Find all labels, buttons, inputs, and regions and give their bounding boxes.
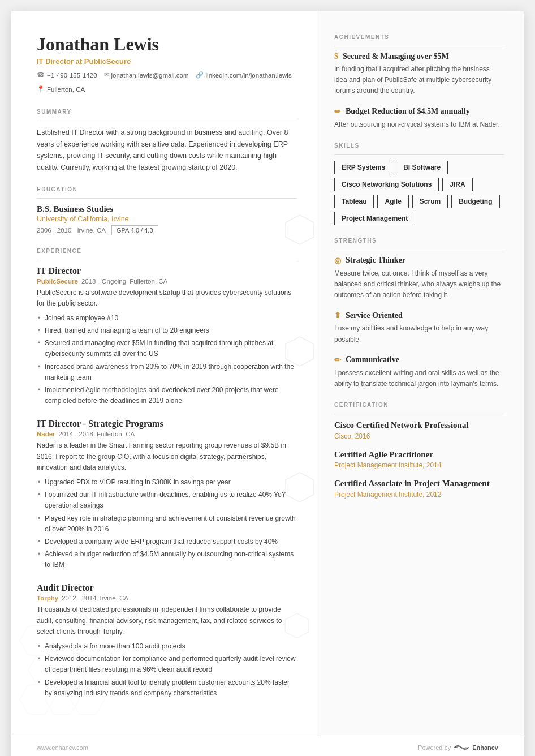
- skill-tag-4: Tableau: [334, 195, 374, 208]
- bullet-item: Analysed data for more than 100 audit pr…: [37, 641, 297, 652]
- email-icon: ✉: [104, 71, 109, 79]
- exp-desc-0: PublicSecure is a software development s…: [37, 287, 297, 309]
- header-section: Jonathan Lewis IT Director at PublicSecu…: [37, 34, 297, 93]
- bullet-item: Developed a financial audit tool to iden…: [37, 677, 297, 699]
- exp-meta-2: Torphy 2012 - 2014 Irvine, CA: [37, 595, 297, 602]
- summary-text: Estblished IT Director with a strong bac…: [37, 127, 297, 174]
- phone-icon: ☎: [37, 71, 45, 79]
- achievements-divider: [334, 46, 504, 46]
- strength-title-1: Service Oriented: [346, 311, 403, 320]
- achievement-text-0: In funding that I acquired after pitchin…: [334, 64, 504, 97]
- strength-icon-0: ◎: [334, 256, 341, 265]
- contact-linkedin: 🔗 linkedin.com/in/jonathan.lewis: [196, 71, 292, 79]
- exp-bullets-1: Upgraded PBX to VIOP resulting in $300K …: [37, 477, 297, 571]
- achievement-text-1: After outsourcing non-crytical systems t…: [334, 119, 504, 130]
- skill-tag-2: Cisco Networking Solutions: [334, 178, 439, 191]
- education-label: EDUCATION: [37, 186, 297, 192]
- strength-icon-1: ⬆: [334, 311, 341, 320]
- exp-period-0: 2018 - Ongoing: [81, 278, 126, 285]
- cert-org-0: Cisco, 2016: [334, 432, 504, 440]
- skill-tag-7: Budgeting: [451, 195, 499, 208]
- bullet-item: Reviewed documentation for compliance an…: [37, 654, 297, 675]
- achievement-title-0: Secured & Managing over $5M: [343, 52, 449, 61]
- achievement-heading-0: $ Secured & Managing over $5M: [334, 52, 504, 61]
- exp-period-2: 2012 - 2014: [62, 595, 96, 602]
- right-column: ACHIEVEMENTS $ Secured & Managing over $…: [317, 11, 524, 736]
- certification-label: CERTIFICATION: [334, 402, 504, 408]
- strength-text-0: Measure twice, cut once. I think of myse…: [334, 268, 504, 301]
- achievement-item-0: $ Secured & Managing over $5M In funding…: [334, 52, 504, 97]
- cert-name-2: Certified Associate in Project Managemen…: [334, 478, 504, 489]
- exp-company-1: Nader: [37, 431, 55, 437]
- bullet-item: Increased brand awareness from 20% to 70…: [37, 362, 297, 383]
- exp-title-1: IT Director - Strategic Programs: [37, 419, 297, 429]
- location-icon: 📍: [37, 85, 45, 93]
- resume-content: Jonathan Lewis IT Director at PublicSecu…: [11, 11, 524, 736]
- powered-by-text: Powered by: [418, 744, 451, 751]
- contact-info: ☎ +1-490-155-1420 ✉ jonathan.lewis@gmail…: [37, 71, 297, 93]
- exp-company-0: PublicSecure: [37, 278, 78, 285]
- email-address: jonathan.lewis@gmail.com: [111, 72, 189, 79]
- skill-tag-8: Project Management: [334, 212, 415, 225]
- achievements-label: ACHIEVEMENTS: [334, 34, 504, 40]
- bullet-item: I optimized our IT infrastructure within…: [37, 489, 297, 511]
- strength-text-2: I possess excellent writing and oral ski…: [334, 368, 504, 389]
- bullet-item: Developed a company-wide ERP program tha…: [37, 536, 297, 547]
- achievement-title-1: Budget Reduction of $4.5M annually: [346, 107, 470, 116]
- summary-label: SUMMARY: [37, 109, 297, 115]
- bullet-item: Implemented Agile methodologies and over…: [37, 385, 297, 406]
- achievement-heading-1: ✏ Budget Reduction of $4.5M annually: [334, 107, 504, 117]
- cert-name-0: Cisco Certified Network Professional: [334, 420, 504, 431]
- strength-title-2: Communicative: [346, 355, 399, 364]
- footer-powered: Powered by Enhancv: [418, 743, 498, 752]
- skills-container: ERP SystemsBI SoftwareCisco Networking S…: [334, 161, 504, 225]
- brand-name: Enhancv: [472, 744, 498, 751]
- strength-heading-2: ✏ Communicative: [334, 355, 504, 365]
- exp-bullets-2: Analysed data for more than 100 audit pr…: [37, 641, 297, 699]
- candidate-title: IT Director at PublicSecure: [37, 57, 297, 66]
- experience-container: IT Director PublicSecure 2018 - Ongoing …: [37, 266, 297, 699]
- skills-divider: [334, 154, 504, 155]
- bullet-item: Played key role in strategic planning an…: [37, 513, 297, 535]
- strength-text-1: I use my abilities and knowledge to help…: [334, 323, 504, 345]
- exp-company-2: Torphy: [37, 595, 58, 602]
- achievement-item-1: ✏ Budget Reduction of $4.5M annually Aft…: [334, 107, 504, 130]
- exp-bullets-0: Joined as employee #10Hired, trained and…: [37, 313, 297, 407]
- skill-tag-1: BI Software: [396, 161, 448, 174]
- exp-location-2: Irvine, CA: [100, 595, 129, 602]
- contact-location: 📍 Fullerton, CA: [37, 85, 85, 93]
- edu-degree: B.S. Business Studies: [37, 204, 297, 214]
- strength-item-1: ⬆ Service Oriented I use my abilities an…: [334, 311, 504, 345]
- contact-email: ✉ jonathan.lewis@gmail.com: [104, 71, 189, 79]
- edu-location: Irvine, CA: [77, 227, 106, 234]
- cert-item-1: Certified Agile Practitioner Project Man…: [334, 449, 504, 470]
- strength-icon-2: ✏: [334, 355, 341, 365]
- experience-item-2: Audit Director Torphy 2012 - 2014 Irvine…: [37, 583, 297, 699]
- phone-number: +1-490-155-1420: [47, 72, 97, 79]
- edu-meta: 2006 - 2010 Irvine, CA GPA 4.0 / 4.0: [37, 225, 297, 235]
- exp-desc-1: Nader is a leader in the Smart Farming s…: [37, 440, 297, 473]
- certification-divider: [334, 414, 504, 414]
- experience-item-0: IT Director PublicSecure 2018 - Ongoing …: [37, 266, 297, 407]
- experience-item-1: IT Director - Strategic Programs Nader 2…: [37, 419, 297, 570]
- strengths-divider: [334, 250, 504, 250]
- contact-phone: ☎ +1-490-155-1420: [37, 71, 97, 79]
- location-text: Fullerton, CA: [47, 86, 85, 93]
- resume-page: Jonathan Lewis IT Director at PublicSecu…: [11, 11, 524, 756]
- skills-label: SKILLS: [334, 143, 504, 149]
- exp-title-2: Audit Director: [37, 583, 297, 593]
- exp-location-1: Fullerton, CA: [97, 431, 135, 437]
- footer: www.enhancv.com Powered by Enhancv: [11, 736, 524, 756]
- linkedin-url: linkedin.com/in/jonathan.lewis: [206, 72, 292, 79]
- bullet-item: Upgraded PBX to VIOP resulting in $300K …: [37, 477, 297, 488]
- bullet-item: Secured and managing over $5M in funding…: [37, 338, 297, 359]
- exp-title-0: IT Director: [37, 266, 297, 276]
- strength-heading-0: ◎ Strategic Thinker: [334, 256, 504, 265]
- strengths-label: STRENGTHS: [334, 238, 504, 244]
- certifications-container: Cisco Certified Network Professional Cis…: [334, 420, 504, 499]
- footer-url: www.enhancv.com: [37, 744, 88, 751]
- exp-location-0: Fullerton, CA: [130, 278, 167, 285]
- exp-meta-0: PublicSecure 2018 - Ongoing Fullerton, C…: [37, 278, 297, 285]
- cert-name-1: Certified Agile Practitioner: [334, 449, 504, 461]
- cert-item-2: Certified Associate in Project Managemen…: [334, 478, 504, 499]
